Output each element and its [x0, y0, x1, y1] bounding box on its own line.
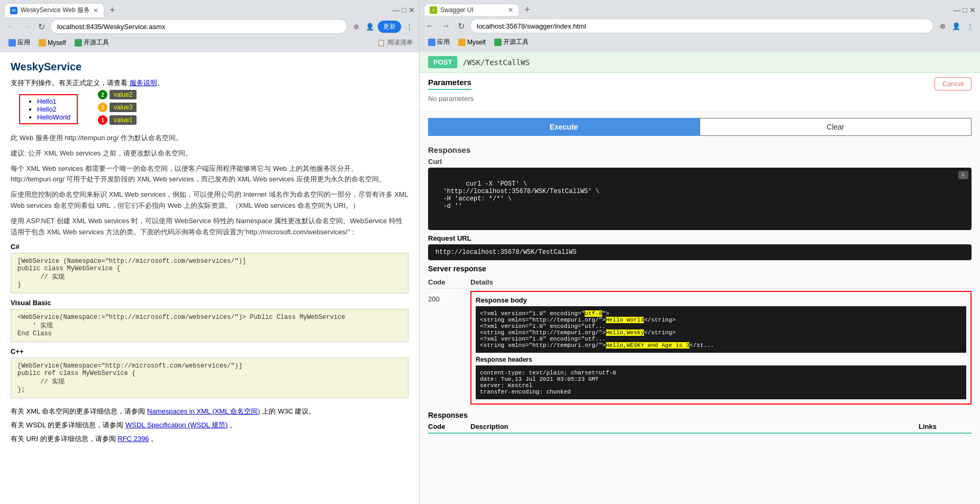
right-bookmark-tools[interactable]: 开源工具 [492, 36, 531, 48]
extensions-icon[interactable]: ⊕ [350, 21, 362, 32]
value1-label: value1 [110, 115, 137, 125]
right-active-tab[interactable]: S Swagger UI ✕ [424, 4, 519, 16]
right-tools-label: 开源工具 [503, 38, 529, 47]
desc-namespace: 此 Web 服务使用 http://tempuri.org/ 作为默认命名空间。 [11, 133, 409, 144]
request-url-section: Request URL http://localhost:35678/WSK/T… [420, 234, 980, 260]
list-item-helloworld: HelloWorld [37, 113, 70, 121]
response-details-container: Response body <?xml version="1.0" encodi… [470, 291, 972, 405]
right-address-bar[interactable] [470, 19, 933, 33]
execute-row: Execute Clear [428, 118, 972, 136]
subtitle-text: 支持下列操作。有关正式定义，请查看 [11, 79, 128, 87]
right-back-button[interactable]: ← [424, 20, 437, 32]
response-line-4: <string xmlns="http://tempuri.org/">Hell… [480, 329, 962, 336]
left-address-bar[interactable] [50, 19, 347, 34]
right-browser-panel: S Swagger UI ✕ + — □ ✕ ← → ↻ ⊕ 👤 ⋮ [420, 0, 980, 504]
refresh-button[interactable]: ↻ [36, 21, 47, 33]
footer3-text: 有关 URI 的更多详细信息，请参阅 [11, 435, 116, 443]
left-tab-close[interactable]: ✕ [93, 7, 98, 14]
responses-bottom-title: Responses [428, 411, 972, 419]
value-labels: 2 value2 3 value3 1 value1 [98, 90, 137, 125]
right-bookmark-apps[interactable]: 应用 [426, 36, 452, 48]
right-user-icon[interactable]: 👤 [950, 20, 962, 32]
helloworld-link[interactable]: HelloWorld [37, 113, 70, 121]
curl-copy-button[interactable]: ⎘ [958, 171, 968, 179]
update-button[interactable]: 更新 [378, 21, 401, 33]
forward-button[interactable]: → [20, 21, 33, 32]
code-column-header: Code [428, 278, 470, 286]
right-tools-icon [494, 39, 502, 46]
cancel-button[interactable]: Cancel [934, 77, 972, 90]
left-page-content: WeskyService 支持下列操作。有关正式定义，请查看 服务说明。 Hel… [0, 52, 419, 504]
response-body-title: Response body [476, 296, 966, 304]
footer-wsdl: 有关 WSDL 的更多详细信息，请参阅 WSDL Specification (… [11, 418, 409, 432]
left-bookmark-myself[interactable]: Myself [37, 38, 68, 48]
right-apps-icon [428, 39, 435, 46]
right-menu-icon[interactable]: ⋮ [964, 20, 976, 32]
desc-aspnet: 使用 ASP.NET 创建 XML Web services 时，可以使用 We… [11, 216, 409, 238]
left-window-controls: — □ ✕ [393, 6, 415, 14]
maximize-icon[interactable]: □ [402, 6, 406, 14]
left-new-tab-button[interactable]: + [106, 4, 119, 17]
vb-code: <WebService(Namespace:="http://microsoft… [11, 309, 409, 342]
read-list-label: 阅读清单 [387, 38, 413, 47]
minimize-icon[interactable]: — [393, 6, 400, 14]
footer3-suffix: 。 [151, 435, 158, 443]
right-maximize-icon[interactable]: □ [963, 6, 967, 14]
right-tab-favicon: S [430, 6, 437, 14]
tools-bookmark-icon [75, 39, 82, 47]
left-bookmark-apps[interactable]: 应用 [6, 37, 32, 48]
right-forward-button[interactable]: → [440, 20, 452, 32]
csharp-label: C# [11, 243, 409, 251]
execute-button[interactable]: Execute [428, 118, 700, 136]
footer-xml-ns: 有关 XML 命名空间的更多详细信息，请参阅 Namespaces in XML… [11, 405, 409, 418]
read-list-icon: 📋 [377, 39, 385, 47]
hello2-link[interactable]: Hello2 [37, 105, 57, 113]
clear-button[interactable]: Clear [700, 118, 972, 136]
right-extensions-icon[interactable]: ⊕ [937, 20, 948, 32]
response-line-5: <?xml version="1.0" encoding="utf... [480, 336, 962, 342]
right-myself-icon [458, 39, 466, 46]
service-desc-link[interactable]: 服务说明 [130, 79, 157, 87]
wsdl-link[interactable]: WSDL Specification (WSDL 规范) [125, 421, 228, 429]
curl-code-block: curl -X 'POST' \ 'http://localhost:35678… [428, 168, 972, 230]
apps-bookmark-icon [8, 39, 16, 47]
rfc-link[interactable]: RFC 2396 [117, 435, 149, 443]
footer-uri: 有关 URI 的更多详细信息，请参阅 RFC 2396 。 [11, 432, 409, 446]
left-tab-title: WeskyService Web 服务 [21, 6, 90, 15]
desc-unique-ns: 每个 XML Web services 都需要一个唯一的命名空间，以便客户端应用… [11, 163, 409, 186]
right-bookmark-myself[interactable]: Myself [456, 38, 488, 47]
responses-section-title: Responses [420, 142, 980, 158]
response-table-header: Code Details [428, 276, 972, 289]
xml-ns-link[interactable]: Namespaces in XML (XML 命名空间) [147, 407, 260, 415]
right-new-tab-button[interactable]: + [521, 3, 533, 16]
right-bookmarks-bar: 应用 Myself 开源工具 [424, 35, 976, 49]
left-active-tab[interactable]: W WeskyService Web 服务 ✕ [4, 3, 104, 17]
service-links-list: Hello1 Hello2 HelloWorld [26, 97, 70, 121]
hello1-link[interactable]: Hello1 [37, 97, 57, 105]
right-minimize-icon[interactable]: — [954, 6, 961, 14]
read-list-button[interactable]: 📋 阅读清单 [377, 38, 413, 47]
resp-desc-header: Description [470, 423, 919, 430]
value2-row: 2 value2 [98, 90, 137, 99]
user-icon[interactable]: 👤 [364, 21, 376, 32]
swagger-content: POST /WSK/TestCallWS Parameters Cancel N… [420, 52, 980, 504]
menu-icon[interactable]: ⋮ [403, 21, 415, 32]
list-item-hello2: Hello2 [37, 105, 70, 113]
params-header: Parameters Cancel [428, 77, 972, 90]
right-close-icon[interactable]: ✕ [969, 6, 976, 14]
server-response-title: Server response [428, 264, 972, 273]
page-subtitle: 支持下列操作。有关正式定义，请查看 服务说明。 [11, 78, 409, 88]
back-button[interactable]: ← [4, 21, 17, 32]
params-title: Parameters [428, 78, 471, 90]
right-tab-close[interactable]: ✕ [508, 6, 513, 14]
right-browser-chrome: S Swagger UI ✕ + — □ ✕ ← → ↻ ⊕ 👤 ⋮ [420, 0, 980, 52]
left-browser-panel: W WeskyService Web 服务 ✕ + — □ ✕ ← → ↻ ⊕ … [0, 0, 420, 504]
right-nav-icons: ⊕ 👤 ⋮ [937, 20, 976, 32]
right-refresh-button[interactable]: ↻ [456, 20, 467, 32]
footer2-suffix: 。 [230, 421, 237, 429]
left-nav-row: ← → ↻ ⊕ 👤 更新 ⋮ [4, 19, 415, 34]
endpoint-bar: POST /WSK/TestCallWS [420, 52, 980, 73]
footer2-text: 有关 WSDL 的更多详细信息，请参阅 [11, 421, 123, 429]
left-bookmark-tools[interactable]: 开源工具 [72, 37, 111, 48]
close-icon[interactable]: ✕ [409, 6, 415, 14]
